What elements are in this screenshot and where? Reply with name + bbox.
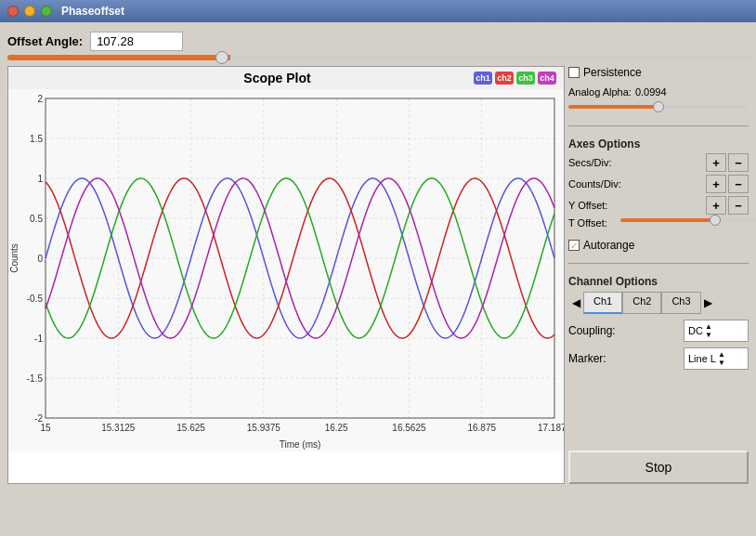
close-button[interactable] [7, 6, 19, 17]
y-offset-minus[interactable]: − [728, 196, 749, 215]
counts-div-label: Counts/Div: [568, 178, 621, 190]
divider2 [568, 263, 749, 264]
secs-div-minus[interactable]: − [728, 153, 749, 172]
counts-div-controls: + − [706, 175, 749, 193]
analog-alpha-label: Analog Alpha: [568, 86, 632, 98]
channel-badges: ch1 ch2 ch3 ch4 [474, 72, 556, 85]
counts-div-plus[interactable]: + [706, 175, 726, 193]
analog-alpha-slider[interactable] [568, 105, 749, 114]
offset-value-input[interactable] [90, 32, 183, 51]
coupling-arrows[interactable]: ▲▼ [705, 322, 712, 339]
coupling-row: Coupling: DC ▲▼ [568, 320, 749, 342]
minimize-button[interactable] [24, 6, 35, 17]
ch2-badge[interactable]: ch2 [495, 72, 514, 85]
coupling-value: DC [688, 325, 703, 336]
marker-label: Marker: [568, 352, 606, 365]
persistence-checkbox[interactable] [568, 67, 580, 78]
offset-slider-thumb[interactable] [215, 51, 228, 64]
persistence-row: Persistence [568, 66, 749, 79]
axes-options-header: Axes Options [568, 137, 749, 150]
window-title: Phaseoffset [61, 5, 124, 18]
tab-ch2[interactable]: Ch2 [622, 292, 661, 314]
counts-div-row: Counts/Div: + − [568, 175, 749, 193]
scope-area: Scope Plot ch1 ch2 ch3 ch4 [7, 66, 565, 484]
coupling-label: Coupling: [568, 324, 616, 337]
divider1 [568, 125, 749, 126]
offset-row: Offset Angle: [7, 32, 749, 51]
t-offset-slider[interactable] [613, 218, 749, 228]
stop-button[interactable]: Stop [568, 451, 749, 484]
right-panel: Persistence Analog Alpha: 0.0994 Axes Op… [568, 66, 749, 484]
ch3-badge[interactable]: ch3 [516, 72, 535, 85]
y-offset-controls: + − [706, 196, 749, 215]
y-offset-row: Y Offset: + − [568, 196, 749, 215]
offset-slider-container [7, 55, 750, 60]
scope-header: Scope Plot ch1 ch2 ch3 ch4 [8, 67, 564, 89]
scope-title: Scope Plot [81, 71, 474, 85]
channel-options-header: Channel Options [568, 275, 749, 288]
marker-select[interactable]: Line L ▲▼ [684, 347, 749, 370]
autorange-label: Autorange [583, 239, 634, 252]
y-offset-label: Y Offset: [568, 200, 607, 211]
marker-arrows[interactable]: ▲▼ [718, 350, 725, 367]
secs-div-plus[interactable]: + [706, 153, 726, 172]
analog-alpha-row: Analog Alpha: 0.0994 [568, 86, 749, 98]
secs-div-label: Secs/Div: [568, 157, 611, 168]
secs-div-controls: + − [706, 153, 749, 172]
maximize-button[interactable] [41, 6, 52, 17]
t-offset-row: T Offset: [568, 217, 749, 229]
titlebar: Phaseoffset [0, 0, 756, 22]
plot-container [8, 89, 564, 451]
body-area: Scope Plot ch1 ch2 ch3 ch4 Persistence [7, 66, 749, 484]
channel-tabs: ◀ Ch1 Ch2 Ch3 ▶ [568, 292, 749, 314]
channel-tab-next[interactable]: ▶ [701, 292, 716, 314]
offset-label: Offset Angle: [7, 34, 83, 48]
coupling-select[interactable]: DC ▲▼ [684, 320, 749, 342]
axes-options-section: Axes Options Secs/Div: + − Counts/Div: +… [568, 134, 749, 231]
y-offset-plus[interactable]: + [706, 196, 726, 215]
marker-row: Marker: Line L ▲▼ [568, 347, 749, 370]
t-offset-label: T Offset: [568, 217, 607, 229]
marker-value: Line L [688, 353, 716, 364]
ch4-badge[interactable]: ch4 [538, 72, 556, 85]
scope-canvas [8, 89, 564, 451]
main-content: Offset Angle: Scope Plot ch1 ch2 ch3 ch4 [0, 22, 756, 488]
counts-div-minus[interactable]: − [728, 175, 749, 193]
offset-slider-track[interactable] [7, 55, 750, 60]
secs-div-row: Secs/Div: + − [568, 153, 749, 172]
tab-ch1[interactable]: Ch1 [583, 292, 622, 314]
autorange-row: Autorange [568, 239, 749, 252]
analog-alpha-value: 0.0994 [635, 86, 667, 98]
channel-tab-prev[interactable]: ◀ [568, 292, 583, 314]
tab-ch3[interactable]: Ch3 [661, 292, 700, 314]
persistence-label: Persistence [583, 66, 642, 79]
autorange-checkbox[interactable] [568, 240, 580, 251]
channel-options-section: Channel Options ◀ Ch1 Ch2 Ch3 ▶ Coupling… [568, 271, 749, 375]
ch1-badge[interactable]: ch1 [474, 72, 492, 85]
